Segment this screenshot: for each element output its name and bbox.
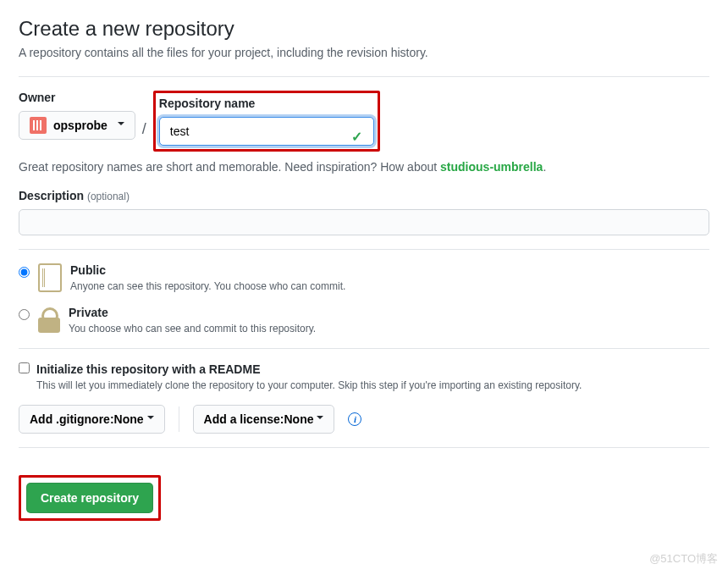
visibility-public-option[interactable]: Public Anyone can see this repository. Y… (19, 263, 709, 292)
path-separator: / (135, 114, 153, 143)
chevron-down-icon (317, 416, 323, 423)
divider (19, 348, 709, 349)
gitignore-selector[interactable]: Add .gitignore: None (19, 405, 165, 434)
chevron-down-icon (147, 416, 154, 423)
check-icon: ✓ (351, 129, 362, 145)
description-input[interactable] (19, 209, 709, 235)
owner-label: Owner (19, 91, 135, 104)
public-sub: Anyone can see this repository. You choo… (70, 280, 345, 292)
owner-name: opsprobe (53, 117, 108, 134)
divider (19, 447, 709, 448)
suggested-name-link[interactable]: studious-umbrella (440, 160, 543, 174)
private-sub: You choose who can see and commit to thi… (69, 323, 316, 334)
name-hint: Great repository names are short and mem… (19, 160, 709, 174)
public-radio[interactable] (19, 267, 30, 278)
private-radio[interactable] (19, 309, 30, 320)
name-row: Owner opsprobe / Repository name ✓ (19, 91, 709, 152)
lock-icon (38, 307, 60, 333)
init-readme-sub: This will let you immediately clone the … (36, 379, 582, 391)
init-readme-checkbox[interactable] (19, 362, 30, 373)
page-subtitle: A repository contains all the files for … (19, 46, 709, 59)
repo-name-input[interactable] (159, 117, 374, 146)
public-title: Public (70, 263, 345, 277)
page-title: Create a new repository (19, 17, 709, 41)
owner-selector[interactable]: opsprobe (19, 111, 135, 140)
avatar-icon (30, 117, 47, 134)
private-title: Private (69, 306, 316, 319)
info-icon[interactable]: i (348, 412, 361, 426)
vertical-divider (179, 406, 179, 432)
description-label: Description (optional) (19, 189, 709, 202)
repo-name-label: Repository name (159, 97, 374, 110)
visibility-private-option[interactable]: Private You choose who can see and commi… (19, 306, 709, 334)
init-readme-row: Initialize this repository with a README… (19, 362, 709, 391)
chevron-down-icon (118, 122, 124, 129)
repo-icon (38, 263, 62, 292)
create-repository-button[interactable]: Create repository (26, 483, 153, 513)
license-selector[interactable]: Add a license: None (193, 405, 335, 434)
divider (19, 249, 709, 250)
divider (19, 76, 709, 77)
init-readme-title: Initialize this repository with a README (36, 362, 260, 376)
